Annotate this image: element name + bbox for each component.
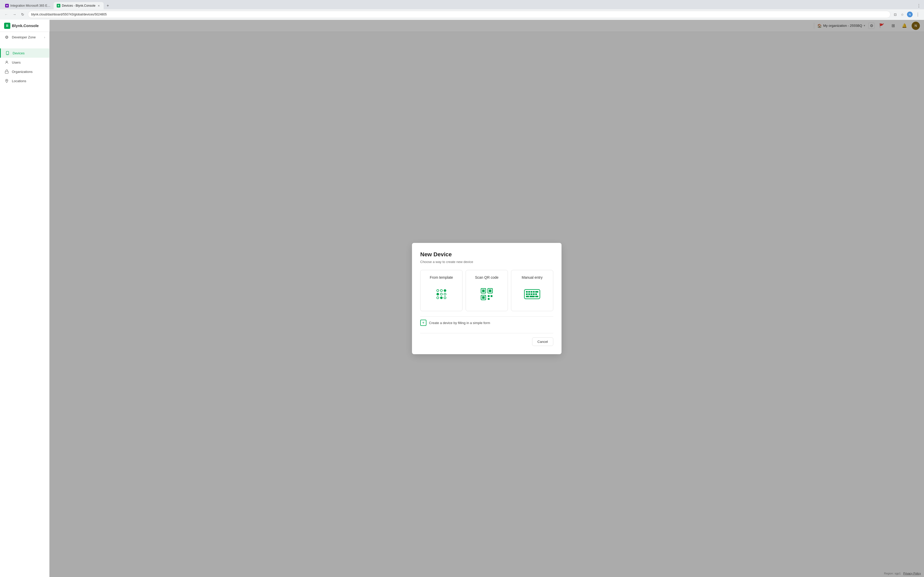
tab-1[interactable]: M Integration Microsoft 365 Em...	[2, 2, 53, 9]
logo-icon: B	[4, 23, 10, 29]
sidebar-item-organizations[interactable]: Organizations	[0, 67, 49, 76]
from-template-option[interactable]: From template	[420, 270, 462, 311]
modal-overlay: New Device Choose a way to create new de…	[50, 20, 924, 577]
sidebar-label-devices: Devices	[13, 51, 24, 55]
sidebar-label-users: Users	[12, 61, 21, 64]
url-text: blynk.cloud/dashboard/550743/global/devi…	[31, 13, 887, 16]
organizations-icon	[4, 69, 9, 74]
sidebar-spacer	[0, 42, 49, 48]
simple-form-link[interactable]: + Create a device by filling in a simple…	[420, 316, 553, 329]
svg-rect-25	[526, 296, 529, 297]
bookmark-icon[interactable]: ☆	[900, 12, 905, 17]
profile-icon[interactable]: N	[907, 11, 913, 17]
sidebar-item-devices[interactable]: Devices	[0, 48, 49, 58]
tab-2-close[interactable]: ✕	[97, 4, 100, 8]
modal-footer: Cancel	[420, 333, 553, 346]
svg-rect-18	[533, 291, 535, 293]
svg-point-4	[6, 80, 7, 81]
svg-rect-23	[533, 293, 535, 295]
back-button[interactable]: ←	[3, 11, 9, 18]
svg-rect-20	[526, 293, 528, 295]
logo-text: Blynk.Console	[12, 23, 39, 28]
svg-rect-13	[488, 298, 489, 300]
tab-1-favicon: M	[5, 4, 9, 8]
dot-2	[440, 289, 443, 292]
tab-1-title: Integration Microsoft 365 Em...	[10, 4, 50, 8]
svg-rect-11	[488, 295, 489, 297]
sidebar-item-locations[interactable]: Locations	[0, 76, 49, 85]
developer-zone-icon: ⚙	[4, 35, 9, 40]
forward-button[interactable]: →	[11, 11, 18, 18]
sidebar-item-developer-zone[interactable]: ⚙ Developer Zone ›	[0, 32, 49, 42]
url-bar[interactable]: blynk.cloud/dashboard/550743/global/devi…	[28, 11, 890, 18]
app-container: ⚙ Developer Zone › Devices Users Organiz…	[0, 20, 924, 577]
svg-rect-16	[528, 291, 530, 293]
sidebar-label-developer-zone: Developer Zone	[12, 35, 36, 39]
new-tab-button[interactable]: +	[105, 3, 111, 9]
from-template-icon	[436, 282, 446, 306]
svg-rect-8	[489, 290, 491, 292]
browser-chrome: M Integration Microsoft 365 Em... B Devi…	[0, 0, 924, 20]
tab-bar: M Integration Microsoft 365 Em... B Devi…	[0, 0, 924, 9]
svg-rect-3	[5, 71, 8, 73]
dot-5	[440, 293, 443, 295]
address-icons: ⊡ ☆ N ⋮	[893, 11, 921, 18]
dot-8	[440, 297, 443, 299]
browser-menu-icon[interactable]: ⋮	[916, 3, 922, 9]
svg-rect-27	[535, 296, 538, 297]
svg-rect-26	[530, 296, 535, 297]
template-dots	[436, 289, 446, 299]
scan-qr-option[interactable]: Scan QR code	[465, 270, 508, 311]
tab-2-favicon: B	[57, 4, 60, 8]
dot-9	[444, 297, 446, 299]
tab-2[interactable]: B Devices - Blynk.Console ✕	[53, 2, 103, 9]
manual-entry-label: Manual entry	[522, 276, 543, 279]
cast-icon[interactable]: ⊡	[893, 12, 898, 17]
svg-rect-24	[535, 293, 537, 295]
svg-rect-22	[531, 293, 532, 295]
users-icon	[4, 60, 9, 64]
app-logo: B Blynk.Console	[4, 23, 39, 29]
new-device-modal: New Device Choose a way to create new de…	[412, 243, 562, 354]
modal-subtitle: Choose a way to create new device	[420, 260, 553, 264]
from-template-label: From template	[430, 276, 453, 279]
svg-rect-10	[482, 296, 485, 299]
devices-icon	[5, 51, 10, 55]
locations-icon	[4, 79, 9, 83]
svg-rect-6	[482, 290, 485, 292]
qr-svg	[480, 287, 494, 301]
developer-zone-arrow: ›	[44, 35, 45, 39]
dot-4	[436, 293, 439, 295]
modal-title: New Device	[420, 251, 553, 258]
simple-form-text: Create a device by filling in a simple f…	[429, 321, 490, 325]
svg-rect-21	[528, 293, 530, 295]
dot-7	[436, 297, 439, 299]
plus-icon: +	[420, 320, 426, 326]
chrome-menu-icon[interactable]: ⋮	[915, 11, 921, 18]
tab-2-title: Devices - Blynk.Console	[62, 4, 95, 8]
sidebar-item-users[interactable]: Users	[0, 58, 49, 67]
svg-point-2	[6, 61, 7, 62]
address-bar: ← → ↻ blynk.cloud/dashboard/550743/globa…	[0, 9, 924, 19]
scan-qr-label: Scan QR code	[475, 276, 498, 279]
sidebar: ⚙ Developer Zone › Devices Users Organiz…	[0, 20, 50, 577]
cancel-button[interactable]: Cancel	[532, 337, 553, 346]
sidebar-label-organizations: Organizations	[12, 70, 32, 74]
svg-rect-12	[491, 295, 493, 297]
main-content: New Device Choose a way to create new de…	[50, 20, 924, 577]
keyboard-svg	[524, 289, 540, 299]
manual-entry-option[interactable]: Manual entry	[511, 270, 553, 311]
scan-qr-icon	[480, 282, 494, 306]
options-grid: From template	[420, 270, 553, 311]
svg-rect-19	[535, 291, 538, 293]
reload-button[interactable]: ↻	[19, 11, 26, 18]
manual-entry-icon	[524, 282, 540, 306]
dot-3	[444, 289, 446, 292]
svg-rect-17	[531, 291, 532, 293]
sidebar-label-locations: Locations	[12, 79, 26, 83]
svg-rect-15	[526, 291, 528, 293]
dot-1	[436, 289, 439, 292]
dot-6	[444, 293, 446, 295]
